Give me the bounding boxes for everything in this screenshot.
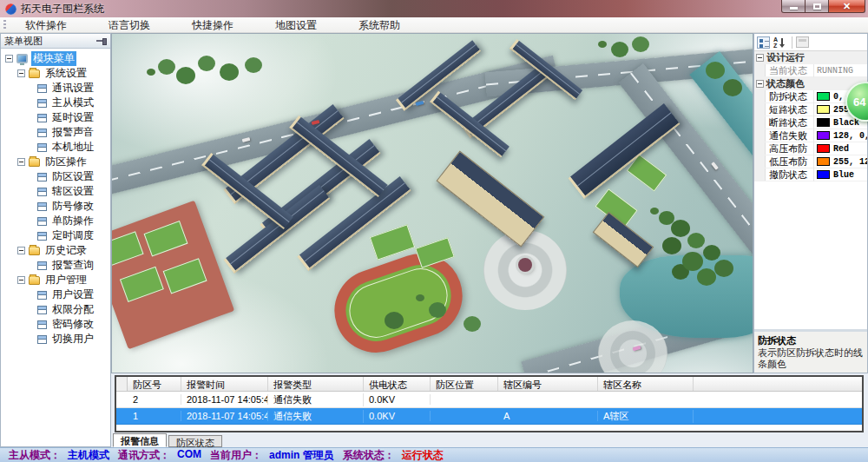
menu-help[interactable]: 系统帮助: [346, 17, 412, 33]
app-logo-icon: [5, 3, 16, 15]
collapse-icon[interactable]: [17, 247, 25, 254]
status-master-slave: 主从模式： 主机模式: [9, 448, 109, 462]
tree-root[interactable]: 模块菜单: [1, 51, 110, 66]
prop-lv-armed-color[interactable]: 低压布防 255, 128, 0: [754, 155, 867, 168]
tree-group-users[interactable]: 用户管理: [1, 273, 110, 287]
collapse-icon[interactable]: [17, 69, 25, 77]
menu-shortcut[interactable]: 快捷操作: [180, 17, 246, 33]
status-system-state: 系统状态： 运行状态: [343, 448, 444, 462]
title-bar: 拓天电子围栏系统 ✕: [0, 0, 868, 17]
menu-software[interactable]: 软件操作: [13, 17, 79, 33]
tree-root-label[interactable]: 模块菜单: [31, 51, 76, 66]
form-icon: [37, 114, 47, 122]
form-icon: [37, 143, 47, 152]
minimize-icon: [790, 7, 798, 10]
module-tree: 模块菜单 系统设置 通讯设置 主从模式 延时设置 报警声音 本机地址 防区操作 …: [1, 49, 110, 346]
collapse-icon[interactable]: [756, 54, 764, 62]
trees: [416, 294, 424, 301]
collapse-icon[interactable]: [17, 276, 25, 284]
menu-bar: 软件操作 语言切换 快捷操作 地图设置 系统帮助: [0, 17, 868, 33]
pin-icon[interactable]: [96, 37, 107, 44]
tree-item-master-slave[interactable]: 主从模式: [1, 96, 110, 110]
maximize-button[interactable]: [806, 0, 829, 13]
tab-zone-status[interactable]: 防区状态: [168, 435, 222, 447]
col-alarm-type[interactable]: 报警类型: [268, 377, 364, 391]
toolbar-separator: [792, 36, 792, 49]
form-icon: [37, 335, 47, 344]
main-building: [437, 150, 545, 247]
menu-map-settings[interactable]: 地图设置: [263, 17, 329, 33]
property-grid: 设计运行 当前状态 RUNNING 状态颜色 防拆状态 0, 255, 64 短…: [754, 51, 867, 182]
form-icon: [37, 232, 47, 241]
property-panel: AZ 设计运行 当前状态 RUNNING 状态颜色 防拆状态 0, 255, 6…: [753, 33, 868, 373]
table-row-selected[interactable]: 1 2018-11-07 14:05:42 通信失败 0.0KV A A辖区: [116, 408, 862, 425]
col-zone-no[interactable]: 防区号: [128, 377, 181, 391]
folder-icon: [29, 158, 40, 167]
collapse-icon[interactable]: [5, 55, 13, 63]
color-swatch: [817, 92, 830, 101]
form-icon: [37, 173, 47, 182]
tree-item-user-settings[interactable]: 用户设置: [1, 287, 110, 302]
table-row[interactable]: 2 2018-11-07 14:05:42 通信失败 0.0KV: [116, 392, 862, 408]
form-icon: [37, 202, 47, 211]
tree-item-delay[interactable]: 延时设置: [1, 110, 110, 125]
tree-item-switch-user[interactable]: 切换用户: [1, 332, 110, 346]
folder-icon: [29, 276, 40, 285]
color-swatch: [817, 144, 830, 153]
tab-alarm-info[interactable]: 报警信息: [113, 433, 167, 447]
tree-group-zone[interactable]: 防区操作: [1, 155, 110, 169]
panel-header-title: 菜单视图: [4, 35, 43, 48]
trees: [650, 208, 659, 214]
tree-item-district-settings[interactable]: 辖区设置: [1, 184, 110, 199]
prop-hv-armed-color[interactable]: 高压布防 Red: [754, 142, 867, 155]
maximize-icon: [813, 3, 821, 10]
tree-item-single-zone[interactable]: 单防操作: [1, 214, 110, 228]
computer-icon: [16, 54, 28, 63]
property-pages-icon: [796, 36, 809, 48]
color-swatch: [817, 105, 830, 114]
categorized-view-icon[interactable]: [757, 36, 770, 49]
close-button[interactable]: ✕: [829, 0, 865, 13]
menu-view-panel: 菜单视图 模块菜单 系统设置 通讯设置 主从模式 延时设置 报警声音 本机地址 …: [0, 33, 111, 447]
trees: [598, 41, 607, 48]
prop-comm-fail-color[interactable]: 通信失败 128, 0, 255: [754, 129, 867, 142]
tree-item-permissions[interactable]: 权限分配: [1, 302, 110, 317]
alarm-table: 防区号 报警时间 报警类型 供电状态 防区位置 辖区编号 辖区名称 2 2018…: [115, 375, 864, 432]
col-district-no[interactable]: 辖区编号: [498, 377, 598, 391]
tree-item-zone-number[interactable]: 防号修改: [1, 199, 110, 214]
tree-item-zone-settings[interactable]: 防区设置: [1, 169, 110, 184]
tree-group-system[interactable]: 系统设置: [1, 66, 110, 81]
color-swatch: [817, 131, 830, 140]
prop-current-status[interactable]: 当前状态 RUNNING: [754, 64, 867, 77]
prop-disarm-color[interactable]: 撤防状态 Blue: [754, 168, 867, 182]
form-icon: [37, 261, 47, 270]
tree-group-history[interactable]: 历史记录: [1, 243, 110, 258]
form-icon: [37, 320, 47, 329]
color-swatch: [817, 118, 830, 127]
window-title: 拓天电子围栏系统: [21, 2, 104, 16]
tree-item-local-address[interactable]: 本机地址: [1, 140, 110, 155]
tree-item-password[interactable]: 密码修改: [1, 317, 110, 332]
col-alarm-time[interactable]: 报警时间: [181, 377, 268, 391]
map-view[interactable]: [111, 33, 753, 373]
tree-item-comm-settings[interactable]: 通讯设置: [1, 81, 110, 96]
color-swatch: [817, 170, 830, 179]
alphabetical-sort-icon[interactable]: AZ: [773, 36, 786, 49]
form-icon: [37, 217, 47, 226]
collapse-icon[interactable]: [17, 158, 25, 166]
collapse-icon[interactable]: [756, 80, 764, 88]
tree-item-alarm-sound[interactable]: 报警声音: [1, 125, 110, 140]
tree-item-alarm-query[interactable]: 报警查询: [1, 258, 110, 273]
prop-open-circuit-color[interactable]: 断路状态 Black: [754, 116, 867, 129]
col-power-status[interactable]: 供电状态: [364, 377, 431, 391]
folder-icon: [29, 69, 40, 78]
status-comm-mode: 通讯方式： COM: [118, 448, 201, 462]
col-district-name[interactable]: 辖区名称: [598, 377, 694, 391]
minimize-button[interactable]: [781, 0, 806, 13]
toolbar-grip: [3, 20, 6, 30]
group-design-run[interactable]: 设计运行: [754, 51, 867, 64]
col-zone-location[interactable]: 防区位置: [431, 377, 498, 391]
menu-language[interactable]: 语言切换: [96, 17, 162, 33]
tree-item-schedule[interactable]: 定时调度: [1, 228, 110, 243]
form-icon: [37, 129, 47, 137]
